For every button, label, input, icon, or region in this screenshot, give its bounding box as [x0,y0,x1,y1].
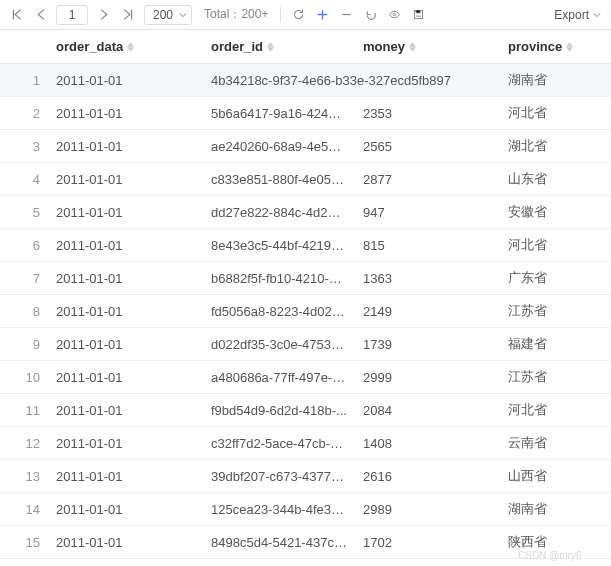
cell-index[interactable]: 13 [0,469,48,484]
cell-order-data[interactable]: 2011-01-01 [48,337,203,352]
cell-province[interactable]: 山东省 [500,170,611,188]
table-row[interactable]: 82011-01-01fd5056a8-8223-4d02-9...2149江苏… [0,295,611,328]
cell-province[interactable]: 安徽省 [500,203,611,221]
page-size-select[interactable]: 200 [144,5,192,25]
cell-order-id[interactable]: 39dbf207-c673-4377-b... [203,469,355,484]
cell-money[interactable]: 2989 [355,502,500,517]
cell-index[interactable]: 9 [0,337,48,352]
cell-order-data[interactable]: 2011-01-01 [48,238,203,253]
table-row[interactable]: 102011-01-01a480686a-77ff-497e-9e...2999… [0,361,611,394]
table-row[interactable]: 62011-01-018e43e3c5-44bf-4219-8...815河北省 [0,229,611,262]
cell-order-id[interactable]: 5b6a6417-9a16-4243-9... [203,106,355,121]
cell-index[interactable]: 14 [0,502,48,517]
cell-province[interactable]: 广东省 [500,269,611,287]
header-order-data[interactable]: order_data [48,39,203,54]
cell-order-id[interactable]: 125cea23-344b-4fe3-a... [203,502,355,517]
cell-province[interactable]: 江苏省 [500,302,611,320]
cell-order-id[interactable]: a480686a-77ff-497e-9e... [203,370,355,385]
page-current-input[interactable] [56,5,88,25]
export-button[interactable]: Export [550,8,605,22]
table-row[interactable]: 142011-01-01125cea23-344b-4fe3-a...2989湖… [0,493,611,526]
refresh-button[interactable] [287,4,309,26]
revert-button[interactable] [359,4,381,26]
table-row[interactable]: 52011-01-01dd27e822-884c-4d20-...947安徽省 [0,196,611,229]
table-row[interactable]: 32011-01-01ae240260-68a9-4e59-b...2565湖北… [0,130,611,163]
header-money[interactable]: money [355,39,500,54]
cell-province[interactable]: 江苏省 [500,368,611,386]
cell-order-data[interactable]: 2011-01-01 [48,304,203,319]
cell-index[interactable]: 2 [0,106,48,121]
cell-order-data[interactable]: 2011-01-01 [48,436,203,451]
cell-index[interactable]: 10 [0,370,48,385]
table-row[interactable]: 12011-01-014b34218c-9f37-4e66-b33e-327ec… [0,64,611,97]
cell-money[interactable]: 2084 [355,403,500,418]
cell-province[interactable]: 河北省 [500,401,611,419]
cell-money[interactable]: 1408 [355,436,500,451]
cell-money[interactable]: 2149 [355,304,500,319]
cell-order-id[interactable]: 8e43e3c5-44bf-4219-8... [203,238,355,253]
delete-button[interactable] [335,4,357,26]
cell-order-data[interactable]: 2011-01-01 [48,271,203,286]
table-row[interactable]: 122011-01-01c32ff7d2-5ace-47cb-82...1408… [0,427,611,460]
cell-province[interactable]: 河北省 [500,104,611,122]
add-button[interactable] [311,4,333,26]
cell-order-id[interactable]: c833e851-880f-4e05-9... [203,172,355,187]
cell-province[interactable]: 河北省 [500,236,611,254]
cell-province[interactable]: 陕西省 [500,533,611,551]
cell-order-data[interactable]: 2011-01-01 [48,106,203,121]
cell-money[interactable]: 1363 [355,271,500,286]
cell-index[interactable]: 12 [0,436,48,451]
cell-money[interactable]: 815 [355,238,500,253]
cell-order-id[interactable]: c32ff7d2-5ace-47cb-82... [203,436,355,451]
table-row[interactable]: 42011-01-01c833e851-880f-4e05-9...2877山东… [0,163,611,196]
cell-order-data[interactable]: 2011-01-01 [48,205,203,220]
cell-money[interactable]: 2999 [355,370,500,385]
cell-money[interactable]: 1739 [355,337,500,352]
cell-order-data[interactable]: 2011-01-01 [48,139,203,154]
cell-index[interactable]: 1 [0,73,48,88]
cell-order-id[interactable]: f9bd54d9-6d2d-418b-... [203,403,355,418]
cell-index[interactable]: 7 [0,271,48,286]
cell-order-data[interactable]: 2011-01-01 [48,469,203,484]
cell-money[interactable]: 2353 [355,106,500,121]
cell-order-id[interactable]: dd27e822-884c-4d20-... [203,205,355,220]
cell-index[interactable]: 4 [0,172,48,187]
header-order-id[interactable]: order_id [203,39,355,54]
cell-money[interactable]: 1702 [355,535,500,550]
cell-province[interactable]: 湖北省 [500,137,611,155]
page-last-button[interactable] [116,4,138,26]
table-row[interactable]: 72011-01-01b6882f5f-fb10-4210-9e...1363广… [0,262,611,295]
cell-order-id[interactable]: fd5056a8-8223-4d02-9... [203,304,355,319]
cell-province[interactable]: 山西省 [500,467,611,485]
cell-order-data[interactable]: 2011-01-01 [48,535,203,550]
page-prev-button[interactable] [30,4,52,26]
cell-province[interactable]: 云南省 [500,434,611,452]
cell-province[interactable]: 福建省 [500,335,611,353]
cell-index[interactable]: 3 [0,139,48,154]
table-row[interactable]: 132011-01-0139dbf207-c673-4377-b...2616山… [0,460,611,493]
cell-order-data[interactable]: 2011-01-01 [48,172,203,187]
table-row[interactable]: 92011-01-01d022df35-3c0e-4753-b...1739福建… [0,328,611,361]
cell-index[interactable]: 6 [0,238,48,253]
cell-province[interactable]: 湖南省 [500,71,611,89]
cell-index[interactable]: 5 [0,205,48,220]
cell-order-id[interactable]: 4b34218c-9f37-4e66-b33e-327ecd5fb897 [203,73,355,88]
cell-order-data[interactable]: 2011-01-01 [48,370,203,385]
cell-order-data[interactable]: 2011-01-01 [48,502,203,517]
cell-index[interactable]: 8 [0,304,48,319]
cell-province[interactable]: 湖南省 [500,500,611,518]
save-button[interactable] [407,4,429,26]
cell-order-id[interactable]: d022df35-3c0e-4753-b... [203,337,355,352]
cell-order-data[interactable]: 2011-01-01 [48,73,203,88]
cell-money[interactable]: 2877 [355,172,500,187]
page-next-button[interactable] [92,4,114,26]
cell-money[interactable]: 2616 [355,469,500,484]
table-row[interactable]: 112011-01-01f9bd54d9-6d2d-418b-...2084河北… [0,394,611,427]
cell-index[interactable]: 15 [0,535,48,550]
cell-order-id[interactable]: ae240260-68a9-4e59-b... [203,139,355,154]
table-row[interactable]: 22011-01-015b6a6417-9a16-4243-9...2353河北… [0,97,611,130]
header-province[interactable]: province [500,39,611,54]
cell-money[interactable]: 2565 [355,139,500,154]
cell-order-id[interactable]: b6882f5f-fb10-4210-9e... [203,271,355,286]
cell-order-data[interactable]: 2011-01-01 [48,403,203,418]
